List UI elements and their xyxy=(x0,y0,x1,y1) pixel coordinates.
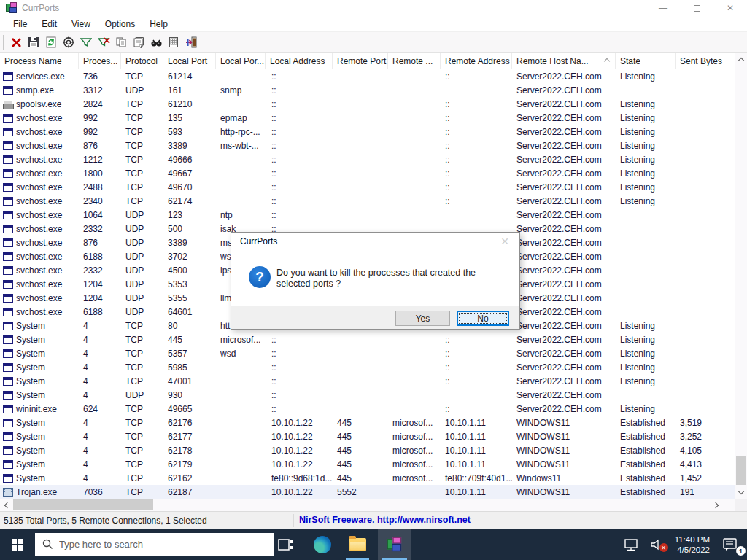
col-remote-address[interactable]: Remote Address xyxy=(441,53,512,69)
table-row[interactable]: svchost.exe992TCP135epmap::::Server2022.… xyxy=(0,111,735,125)
file-explorer-button[interactable] xyxy=(341,529,374,560)
cell-rh: Server2022.CEH.com xyxy=(512,168,616,179)
cell-rh: Server2022.CEH.com xyxy=(512,127,616,137)
table-row[interactable]: System4UDP930::Server2022.CEH.com xyxy=(0,388,735,402)
col-process-id[interactable]: Proces... xyxy=(79,53,121,69)
table-row[interactable]: svchost.exe1800TCP49667::::Server2022.CE… xyxy=(0,166,735,180)
table-row[interactable]: svchost.exe992TCP593http-rpc-...::::Serv… xyxy=(0,125,735,139)
currports-taskbar-button[interactable] xyxy=(378,529,411,560)
table-row[interactable]: svchost.exe1212TCP49666::::Server2022.CE… xyxy=(0,152,735,166)
report-icon[interactable] xyxy=(165,34,182,51)
scope-icon[interactable] xyxy=(60,34,77,51)
scroll-down-icon[interactable] xyxy=(735,486,747,499)
menu-file[interactable]: File xyxy=(6,17,34,31)
cell-la: :: xyxy=(266,113,333,123)
edge-button[interactable] xyxy=(306,529,338,560)
nirsoft-link[interactable]: NirSoft Freeware. http://www.nirsoft.net xyxy=(299,515,471,525)
horizontal-scrollbar[interactable] xyxy=(0,499,735,511)
process-icon xyxy=(3,238,13,247)
table-row[interactable]: System4TCP5985::::Server2022.CEH.comList… xyxy=(0,360,735,374)
exit-icon[interactable] xyxy=(182,34,200,51)
table-row[interactable]: svchost.exe2340TCP62174::::Server2022.CE… xyxy=(0,194,735,208)
menu-help[interactable]: Help xyxy=(142,17,175,31)
process-icon xyxy=(3,141,13,150)
cell-n: System xyxy=(0,349,79,359)
table-row[interactable]: System4TCP5357wsd::::Server2022.CEH.comL… xyxy=(0,346,735,360)
vertical-scroll-thumb[interactable] xyxy=(736,456,746,485)
table-row[interactable]: svchost.exe2488TCP49670::::Server2022.CE… xyxy=(0,180,735,194)
process-icon xyxy=(3,169,13,178)
process-icon xyxy=(3,128,13,136)
dialog-close-icon[interactable]: ✕ xyxy=(490,233,519,250)
menu-edit[interactable]: Edit xyxy=(34,17,64,31)
table-row[interactable]: services.exe736TCP61214::::Server2022.CE… xyxy=(0,69,735,83)
cell-pid: 1204 xyxy=(79,293,121,303)
col-remote-port-name[interactable]: Remote ... xyxy=(388,53,441,69)
process-icon xyxy=(3,488,13,497)
col-remote-port[interactable]: Remote Port xyxy=(333,53,388,69)
close-button[interactable]: ✕ xyxy=(713,0,747,16)
col-local-address[interactable]: Local Address xyxy=(266,53,333,69)
network-tray-button[interactable] xyxy=(619,529,645,560)
clear-filter-icon[interactable] xyxy=(95,34,112,51)
filter-icon[interactable] xyxy=(77,34,95,51)
table-row[interactable]: System4TCP6217810.10.1.22445microsof...1… xyxy=(0,443,735,457)
cell-lp: 3702 xyxy=(163,252,216,262)
start-button[interactable] xyxy=(0,529,35,560)
cell-n: svchost.exe xyxy=(0,238,79,248)
scroll-up-icon[interactable] xyxy=(735,53,747,66)
col-sent-bytes[interactable]: Sent Bytes xyxy=(676,53,735,69)
horizontal-scroll-thumb[interactable] xyxy=(13,499,153,510)
copy-icon[interactable] xyxy=(112,34,130,51)
cell-n: svchost.exe xyxy=(0,141,79,151)
task-view-button[interactable] xyxy=(270,529,302,560)
col-state[interactable]: State xyxy=(616,53,676,69)
table-row[interactable]: snmp.exe3312UDP161snmp::Server2022.CEH.c… xyxy=(0,83,735,97)
cell-rh: Server2022.CEH.com xyxy=(512,224,616,234)
table-row[interactable]: System4TCP6217610.10.1.22445microsof...1… xyxy=(0,416,735,429)
cell-la: 10.10.1.22 xyxy=(266,432,333,442)
table-row[interactable]: System4TCP6217710.10.1.22445microsof...1… xyxy=(0,429,735,443)
menu-view[interactable]: View xyxy=(64,17,98,31)
table-row[interactable]: System4TCP6217910.10.1.22445microsof...1… xyxy=(0,457,735,471)
minimize-button[interactable]: — xyxy=(646,0,680,16)
kill-process-icon[interactable] xyxy=(7,34,25,51)
cell-ra: :: xyxy=(441,99,512,109)
table-row[interactable]: wininit.exe624TCP49665::::Server2022.CEH… xyxy=(0,402,735,416)
scroll-left-icon[interactable] xyxy=(0,499,12,511)
col-protocol[interactable]: Protocol xyxy=(121,53,163,69)
table-row[interactable]: svchost.exe876TCP3389ms-wbt-...::::Serve… xyxy=(0,139,735,152)
cell-rp: 445 xyxy=(333,459,388,470)
col-local-port[interactable]: Local Port xyxy=(163,53,216,69)
process-icon xyxy=(3,446,13,455)
question-mark-icon: ? xyxy=(249,266,271,288)
refresh-icon[interactable] xyxy=(42,34,60,51)
search-input[interactable] xyxy=(59,539,241,550)
yes-button[interactable]: Yes xyxy=(395,311,450,326)
table-row[interactable]: System4TCP445microsof...::::Server2022.C… xyxy=(0,332,735,346)
scroll-right-icon[interactable] xyxy=(711,499,723,511)
cell-pid: 3312 xyxy=(79,85,121,96)
taskbar-search[interactable] xyxy=(35,533,274,556)
col-local-port-name[interactable]: Local Por... xyxy=(216,53,266,69)
table-row[interactable]: Trojan.exe7036TCP6218710.10.1.22555210.1… xyxy=(0,485,735,499)
col-process-name[interactable]: Process Name xyxy=(0,53,79,69)
cell-pr: UDP xyxy=(121,252,163,262)
table-row[interactable]: System4TCP62162fe80::9d68:1d...445micros… xyxy=(0,471,735,485)
notification-center-button[interactable]: 1 xyxy=(717,529,747,560)
cell-ra: :: xyxy=(441,168,512,179)
cell-st: Listening xyxy=(616,141,676,151)
taskbar-clock[interactable]: 11:40 PM 4/5/2022 xyxy=(670,529,717,560)
table-row[interactable]: System4TCP47001::::Server2022.CEH.comLis… xyxy=(0,374,735,388)
save-icon[interactable] xyxy=(25,34,42,51)
table-row[interactable]: svchost.exe1064UDP123ntp::Server2022.CEH… xyxy=(0,208,735,222)
properties-icon[interactable] xyxy=(130,34,147,51)
vertical-scrollbar[interactable] xyxy=(735,53,747,499)
col-remote-host-name[interactable]: Remote Host Na... xyxy=(512,53,616,69)
volume-tray-button[interactable]: ✕ xyxy=(645,529,670,560)
table-row[interactable]: spoolsv.exe2824TCP61210::::Server2022.CE… xyxy=(0,97,735,111)
restore-button[interactable] xyxy=(680,0,713,16)
menu-options[interactable]: Options xyxy=(98,17,142,31)
no-button[interactable]: No xyxy=(457,311,509,326)
find-icon[interactable] xyxy=(147,34,165,51)
